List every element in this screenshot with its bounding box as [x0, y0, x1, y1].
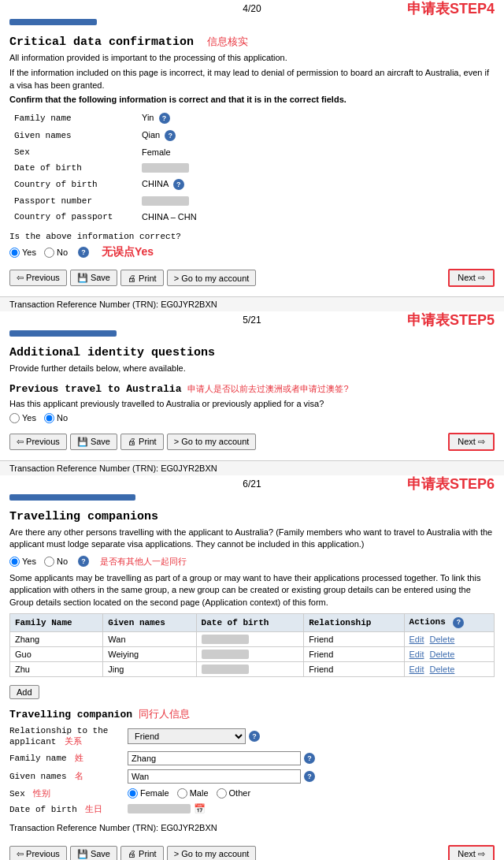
save-button-5[interactable]: 💾 Save	[70, 434, 117, 450]
delete-link-1[interactable]: Delete	[430, 650, 455, 659]
form-row-dob: Date of birth 生日 📅	[9, 803, 495, 815]
field-value-cop: CHINA – CHN	[139, 210, 493, 224]
field-value-cob: CHINA ?	[139, 177, 493, 192]
next-button-5[interactable]: Next ⇨	[448, 433, 495, 451]
edit-link-2[interactable]: Edit	[410, 665, 424, 674]
givennames-input[interactable]	[128, 769, 301, 784]
companion-form-title-row: Travelling companion 同行人信息	[9, 707, 495, 721]
info-icon-correct[interactable]: ?	[78, 247, 89, 258]
sex-other-radio[interactable]	[217, 788, 227, 799]
info-icon-givennames-form[interactable]: ?	[304, 771, 315, 782]
btn-bar-5: ⇦ Previous 💾 Save 🖨 Print > Go to my acc…	[9, 430, 495, 454]
companion-relationship-0: Friend	[304, 631, 404, 646]
field-value-familyname: Yin ?	[139, 110, 493, 126]
companion-familyname-2: Zhu	[10, 661, 103, 676]
edit-link-1[interactable]: Edit	[410, 650, 424, 659]
notice-bold-4: Confirm that the following information i…	[9, 95, 495, 104]
companion-form: Travelling companion 同行人信息 Relationship …	[9, 707, 495, 815]
add-companion-button[interactable]: Add	[9, 685, 39, 699]
page-header-4: 4/20 申请表STEP4	[0, 0, 504, 17]
form-label-relationship: Relationship to the applicant 关系	[9, 726, 128, 747]
previous-button-6[interactable]: ⇦ Previous	[9, 846, 67, 860]
prev-travel-no-label[interactable]: No	[44, 413, 68, 423]
prev-travel-chinese: 申请人是否以前去过澳洲或者申请过澳签?	[187, 383, 348, 395]
step-label-4: 申请表STEP4	[407, 0, 495, 18]
has-other-yes-label[interactable]: Yes	[9, 557, 36, 567]
calendar-icon[interactable]: 📅	[194, 803, 206, 814]
print-button-4[interactable]: 🖨 Print	[120, 270, 164, 286]
info-icon-hasother[interactable]: ?	[78, 556, 89, 567]
correct-no-label[interactable]: No	[44, 248, 68, 258]
field-row-dob: Date of birth	[11, 161, 493, 175]
form-label-dob-form: Date of birth 生日	[9, 803, 128, 815]
prev-travel-question: Has this applicant previously travelled …	[9, 398, 495, 410]
section-title-5: Additional identity questions	[9, 346, 495, 359]
info-icon-relationship[interactable]: ?	[249, 731, 260, 742]
blurred-passport	[142, 196, 189, 206]
correct-hint: 无误点Yes	[102, 245, 154, 259]
section-5: 5/21 申请表STEP5 Additional identity questi…	[0, 311, 504, 475]
info-icon-cob[interactable]: ?	[173, 179, 184, 190]
next-button-4[interactable]: Next ⇨	[448, 269, 495, 287]
sex-female-radio[interactable]	[128, 788, 138, 799]
sex-male-radio[interactable]	[177, 788, 187, 799]
familyname-input[interactable]	[128, 751, 301, 765]
goto-account-button-6[interactable]: > Go to my account	[167, 846, 257, 860]
companion-row-2: Zhu Jing Friend Edit Delete	[10, 661, 495, 676]
prev-travel-no-radio[interactable]	[44, 413, 54, 423]
companion-givennames-2: Jing	[103, 661, 196, 676]
companions-table: Family Name Given names Date of birth Re…	[9, 613, 495, 677]
info-icon-familyname-form[interactable]: ?	[304, 753, 315, 764]
correct-yes-radio[interactable]	[9, 248, 20, 258]
field-label-sex: Sex	[11, 145, 137, 159]
th-actions: Actions ?	[404, 613, 494, 631]
correct-yes-label[interactable]: Yes	[9, 248, 36, 258]
form-row-relationship: Relationship to the applicant 关系 Friend …	[9, 726, 495, 747]
sex-male-label[interactable]: Male	[177, 788, 209, 799]
previous-button-5[interactable]: ⇦ Previous	[9, 434, 67, 450]
has-other-no-label[interactable]: No	[44, 557, 68, 567]
form-label-givennames-form: Given names 名	[9, 770, 128, 782]
goto-account-button-5[interactable]: > Go to my account	[167, 434, 257, 450]
print-button-6[interactable]: 🖨 Print	[120, 846, 164, 860]
field-label-cob: Country of birth	[11, 177, 137, 192]
save-button-4[interactable]: 💾 Save	[70, 270, 117, 286]
relationship-select[interactable]: Friend Parent Spouse	[128, 728, 246, 744]
btn-group-left-4: ⇦ Previous 💾 Save 🖨 Print > Go to my acc…	[9, 270, 256, 286]
correct-no-radio[interactable]	[44, 248, 54, 258]
field-label-cop: Country of passport	[11, 210, 137, 224]
goto-account-button-4[interactable]: > Go to my account	[167, 270, 257, 286]
print-button-5[interactable]: 🖨 Print	[120, 434, 164, 450]
companion-actions-1: Edit Delete	[404, 646, 494, 661]
info-icon-actions[interactable]: ?	[453, 617, 464, 628]
sex-female-label[interactable]: Female	[128, 788, 169, 799]
field-label-familyname: Family name	[11, 110, 137, 126]
companion-relationship-1: Friend	[304, 646, 404, 661]
has-other-chinese: 是否有其他人一起同行	[100, 556, 187, 568]
notice-text-4-0: All information provided is important to…	[9, 52, 495, 64]
edit-link-0[interactable]: Edit	[410, 635, 424, 644]
correct-question: Is the above information correct?	[9, 232, 181, 241]
form-label-familyname-form: Family name 姓	[9, 752, 128, 764]
field-table: Family name Yin ? Given names Qian ?	[9, 109, 495, 225]
prev-travel-yes-radio[interactable]	[9, 413, 20, 423]
progress-bar-container-5	[0, 329, 504, 340]
companion-relationship-2: Friend	[304, 661, 404, 676]
trn-row-5: Transaction Reference Number (TRN): EG0J…	[0, 461, 504, 475]
info-icon-familyname[interactable]: ?	[159, 113, 170, 124]
sex-other-label[interactable]: Other	[217, 788, 251, 799]
blurred-dob	[142, 163, 189, 173]
th-dob: Date of birth	[196, 613, 304, 631]
progress-bar-container-6	[0, 493, 504, 504]
has-other-no-radio[interactable]	[44, 557, 54, 567]
prev-travel-radio-group: Yes No	[9, 413, 495, 423]
next-button-6[interactable]: Next ⇨	[448, 845, 495, 860]
delete-link-2[interactable]: Delete	[430, 665, 455, 674]
has-other-yes-radio[interactable]	[9, 557, 20, 567]
has-other-radio-group: Yes No ? 是否有其他人一起同行	[9, 556, 495, 568]
prev-travel-yes-label[interactable]: Yes	[9, 413, 36, 423]
save-button-6[interactable]: 💾 Save	[70, 846, 117, 860]
info-icon-givennames[interactable]: ?	[165, 130, 176, 141]
delete-link-0[interactable]: Delete	[430, 635, 455, 644]
previous-button-4[interactable]: ⇦ Previous	[9, 270, 67, 286]
